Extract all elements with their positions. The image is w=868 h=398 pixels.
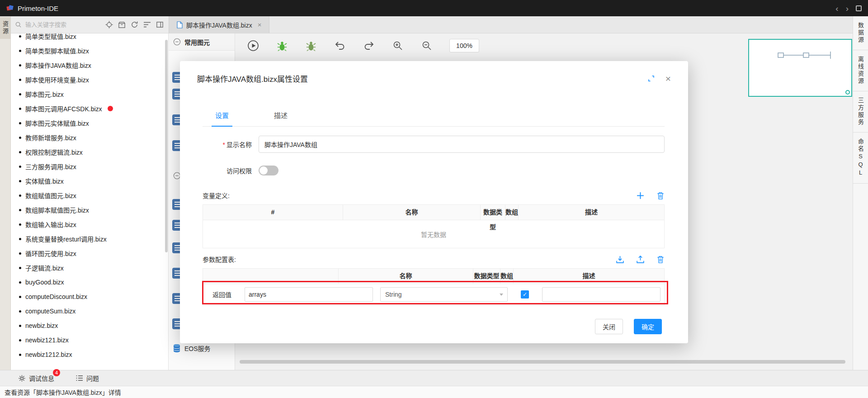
zoom-out-icon[interactable]	[420, 41, 433, 51]
right-rail-item[interactable]: 命名SQL	[853, 133, 868, 184]
palette-item-eos[interactable]: EOS服务	[172, 344, 211, 353]
import-icon[interactable]	[616, 255, 624, 264]
tree-item[interactable]: 子逻辑流.bizx	[11, 261, 168, 275]
tab-label: 脚本操作JAVA数组.bizx	[186, 20, 252, 29]
tree-item[interactable]: newbiz.bizx	[11, 318, 168, 333]
right-rail-item-label: 数据源	[856, 22, 865, 44]
app-window: Primeton-IDE ‹ › 资源	[0, 0, 868, 398]
problems-item[interactable]: 问题	[76, 374, 99, 383]
delete-param-icon[interactable]	[656, 255, 665, 264]
zoom-level[interactable]: 100%	[449, 39, 479, 52]
tab-description[interactable]: 描述	[273, 105, 288, 126]
debug-run-icon[interactable]	[276, 40, 288, 52]
right-rail-item[interactable]: 三方服务	[853, 91, 868, 133]
confirm-button[interactable]: 确定	[634, 319, 662, 334]
tab-bar: 脚本操作JAVA数组.bizx ×	[169, 16, 853, 33]
sort-icon[interactable]	[143, 21, 151, 28]
table-header-cell: 描述	[519, 205, 664, 220]
tree-item-label: 脚本图元实体赋值.bizx	[25, 118, 89, 128]
tree-item[interactable]: 教师新增服务.bizx	[11, 130, 168, 145]
bullet-icon	[19, 79, 21, 81]
minimap-handle[interactable]	[845, 90, 850, 95]
tree-item[interactable]: 数组脚本赋值图元.bizx	[11, 203, 168, 217]
add-variable-icon[interactable]	[636, 191, 645, 200]
tree-item[interactable]: 三方服务调用.bizx	[11, 159, 168, 174]
refresh-icon[interactable]	[131, 21, 138, 28]
display-name-input[interactable]	[259, 136, 665, 153]
close-button[interactable]: 关闭	[595, 319, 623, 334]
tree-item[interactable]: 系统变量替换resturl调用.bizx	[11, 232, 168, 246]
debug-step-icon[interactable]	[305, 40, 317, 52]
table-header-cell: 名称	[339, 269, 473, 284]
right-rail-item-label: 离线资源	[856, 56, 865, 85]
table-header-cell: 数据类型	[481, 205, 505, 220]
bullet-icon	[19, 209, 21, 211]
tree-item[interactable]: 循环图元使用.bizx	[11, 246, 168, 261]
table-header-cell: 数据类型	[473, 269, 500, 284]
palette-header: 常用图元	[169, 33, 235, 51]
tree-item[interactable]: 数组输入输出.bizx	[11, 217, 168, 232]
tree-item[interactable]: 脚本使用环境变量.bizx	[11, 72, 168, 87]
debug-count-badge: 4	[53, 369, 60, 376]
nav-back-icon[interactable]: ‹	[835, 4, 838, 13]
tree-item[interactable]: 简单类型赋值.bizx	[11, 33, 168, 43]
nav-forward-icon[interactable]: ›	[846, 4, 849, 13]
collapse-group-icon[interactable]	[173, 38, 181, 46]
tree-item[interactable]: 简单类型脚本赋值.bizx	[11, 43, 168, 58]
param-type-select[interactable]: String	[380, 287, 508, 302]
tree-item[interactable]: 脚本操作JAVA数组.bizx	[11, 58, 168, 72]
tab-close-icon[interactable]: ×	[258, 21, 262, 28]
tab-settings[interactable]: 设置	[214, 105, 230, 126]
panel-icon[interactable]	[156, 21, 164, 28]
debug-info-item[interactable]: 调试信息 4	[18, 374, 54, 383]
tree-item[interactable]: buyGood.bizx	[11, 275, 168, 289]
archive-icon[interactable]	[118, 21, 126, 28]
run-icon[interactable]	[247, 40, 259, 52]
tree-item-label: 简单类型赋值.bizx	[25, 33, 76, 41]
tree-item[interactable]: 实体赋值.bizx	[11, 174, 168, 188]
search-input[interactable]	[24, 21, 103, 28]
restore-window-icon[interactable]	[856, 5, 862, 11]
tree-item[interactable]: 脚本图元.bizx	[11, 87, 168, 101]
right-rail-item[interactable]: 数据源	[853, 16, 868, 50]
tree-item[interactable]: 数组赋值图元.bizx	[11, 188, 168, 203]
explorer-toolbar	[105, 21, 164, 28]
export-icon[interactable]	[636, 255, 645, 264]
dialog-close-icon[interactable]: ×	[665, 74, 671, 83]
table-header-cell: 描述	[514, 269, 664, 284]
properties-dialog: 脚本操作JAVA数组.bizx属性设置 × 设置 描述 *显示名称 访问权限	[180, 61, 688, 343]
access-toggle[interactable]	[259, 166, 278, 175]
bullet-icon	[19, 166, 21, 168]
tree-scrollbar[interactable]	[165, 40, 168, 252]
zoom-in-icon[interactable]	[392, 41, 404, 51]
param-name-input[interactable]	[245, 287, 373, 302]
right-rail-item[interactable]: 离线资源	[853, 50, 868, 91]
tree-item[interactable]: 权限控制逻辑流.bizx	[11, 145, 168, 159]
editor-tab[interactable]: 脚本操作JAVA数组.bizx ×	[169, 16, 269, 33]
rail-tab-resources[interactable]: 资源	[0, 17, 10, 39]
dialog-expand-icon[interactable]	[648, 75, 655, 82]
tree-item-label: 脚本操作JAVA数组.bizx	[25, 61, 91, 70]
undo-icon[interactable]	[334, 41, 346, 50]
tree-item-label: 数组赋值图元.bizx	[25, 191, 76, 200]
redo-icon[interactable]	[363, 41, 375, 50]
param-array-checkbox[interactable]	[521, 290, 529, 298]
param-row: 返回值 String	[203, 284, 664, 305]
bullet-icon	[19, 194, 21, 197]
tree-item-label: 循环图元使用.bizx	[25, 249, 76, 258]
tree-item[interactable]: 脚本图元调用AFCSDK.bizx	[11, 101, 168, 116]
bullet-icon	[19, 310, 21, 313]
tree-item[interactable]: computeSum.bizx	[11, 304, 168, 318]
app-title: Primeton-IDE	[18, 5, 58, 12]
minimap[interactable]	[748, 39, 852, 97]
file-icon	[176, 21, 183, 28]
tree-item[interactable]: 脚本图元实体赋值.bizx	[11, 116, 168, 130]
delete-variable-icon[interactable]	[656, 191, 665, 200]
tree-item[interactable]: computeDiscount.bizx	[11, 289, 168, 304]
param-desc-input[interactable]	[542, 287, 660, 302]
locate-icon[interactable]	[105, 21, 113, 28]
tree-item[interactable]: newbiz121.bizx	[11, 333, 168, 347]
canvas-hscrollbar[interactable]	[240, 360, 845, 364]
tree-item[interactable]: newbiz1212.bizx	[11, 347, 168, 362]
param-category: 返回值	[203, 284, 241, 305]
